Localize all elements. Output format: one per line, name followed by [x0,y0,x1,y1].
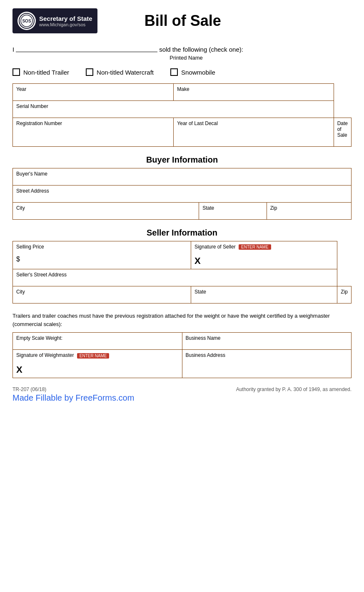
weighmaster-x-sign: X [16,364,179,375]
buyer-street-cell[interactable]: Street Address [13,186,352,203]
seller-street-row: Seller's Street Address [13,269,352,286]
business-name-label: Business Name [186,335,348,341]
seller-state-cell[interactable]: State [191,286,337,304]
seller-sign-arrow: ENTER NAME [239,244,271,250]
seller-signature-cell[interactable]: Signature of Seller ENTER NAME X [191,241,337,269]
vehicle-row-2: Serial Number [13,101,352,118]
seller-street-cell[interactable]: Seller's Street Address [13,269,337,286]
seller-price-sig-row: Selling Price $ Signature of Seller ENTE… [13,241,352,269]
seller-city-row: City State Zip [13,286,352,304]
checkbox-box-watercraft[interactable] [86,68,93,76]
seller-table: Selling Price $ Signature of Seller ENTE… [12,241,352,304]
registration-number-label: Registration Number [16,120,170,126]
buyer-table: Buyer's Name Street Address City State Z… [12,168,352,220]
checkbox-snowmobile[interactable]: Snowmobile [170,68,215,76]
weight-row-1: Empty Scale Weight: Business Name [13,333,352,350]
serial-number-cell[interactable]: Serial Number [13,101,334,118]
checkbox-non-titled-trailer[interactable]: Non-titled Trailer [12,68,69,76]
business-address-label: Business Address [186,352,348,358]
selling-price-label: Selling Price [16,244,187,250]
seller-x-sign: X [194,256,334,266]
buyer-name-label: Buyer's Name [16,171,348,177]
made-by-prefix: Made Fillable by [12,393,75,402]
name-underline[interactable] [16,52,157,52]
printed-name-label: Printed Name [21,55,352,61]
seller-street-label: Seller's Street Address [16,272,334,278]
buyer-name-row: Buyer's Name [13,168,352,186]
buyer-street-row: Street Address [13,186,352,203]
sold-suffix: sold the following (check one): [159,46,243,53]
seller-state-label: State [194,289,334,295]
checkbox-non-titled-watercraft[interactable]: Non-titled Watercraft [86,68,154,76]
made-by-site: FreeForms.com [75,393,134,402]
year-cell[interactable]: Year [13,84,174,101]
buyer-street-label: Street Address [16,188,348,194]
empty-scale-weight-label: Empty Scale Weight: [16,335,179,341]
footer: TR-207 (06/18) Authority granted by P. A… [12,386,352,403]
registration-number-cell[interactable]: Registration Number [13,118,174,147]
business-name-cell[interactable]: Business Name [182,333,352,350]
buyer-zip-label: Zip [270,205,348,211]
dollar-sign: $ [16,256,187,263]
year-last-decal-label: Year of Last Decal [177,120,330,126]
seller-section-title: Seller Information [12,228,352,238]
weight-table: Empty Scale Weight: Business Name Signat… [12,332,352,378]
form-number: TR-207 (06/18) [12,386,46,392]
page-title: Bill of Sale [14,12,352,30]
checkbox-box-snowmobile[interactable] [170,68,178,76]
seller-zip-label: Zip [341,289,348,295]
buyer-city-cell[interactable]: City [13,203,199,220]
checkbox-label-watercraft: Non-titled Watercraft [97,69,154,76]
notice-text: Trailers and trailer coaches must have t… [12,312,352,328]
checkbox-label-trailer: Non-titled Trailer [23,69,69,76]
weighmaster-sign-arrow: ENTER NAME [77,353,110,359]
sold-prefix: I [12,46,14,53]
sold-line: I sold the following (check one): [12,46,352,53]
year-last-decal-cell[interactable]: Year of Last Decal [174,118,334,147]
date-of-sale-cell[interactable]: Date of Sale [334,118,351,147]
seller-signature-label: Signature of Seller ENTER NAME [194,244,334,250]
make-cell[interactable]: Make [174,84,334,101]
selling-price-cell[interactable]: Selling Price $ [13,241,191,269]
weight-row-2: Signature of Weighmaster ENTER NAME X Bu… [13,350,352,378]
make-label: Make [177,86,330,92]
authority-text: Authority granted by P. A. 300 of 1949, … [236,386,352,392]
buyer-state-cell[interactable]: State [199,203,267,220]
business-address-cell[interactable]: Business Address [182,350,352,378]
checkboxes-row: Non-titled Trailer Non-titled Watercraft… [12,68,352,76]
weighmaster-signature-label: Signature of Weighmaster ENTER NAME [16,352,179,358]
serial-number-label: Serial Number [16,103,330,109]
buyer-city-label: City [16,205,195,211]
vehicle-row-1: Year Make [13,84,352,101]
footer-made-by: Made Fillable by FreeForms.com [12,393,352,403]
seller-zip-cell[interactable]: Zip [337,286,352,304]
buyer-section-title: Buyer Information [12,155,352,165]
checkbox-box-trailer[interactable] [12,68,20,76]
buyer-state-label: State [202,205,263,211]
empty-scale-weight-cell[interactable]: Empty Scale Weight: [13,333,182,350]
seller-city-cell[interactable]: City [13,286,191,304]
seller-city-label: City [16,289,187,295]
weighmaster-signature-cell[interactable]: Signature of Weighmaster ENTER NAME X [13,350,182,378]
year-label: Year [16,86,170,92]
checkbox-label-snowmobile: Snowmobile [181,69,215,76]
buyer-city-row: City State Zip [13,203,352,220]
buyer-zip-cell[interactable]: Zip [267,203,351,220]
date-of-sale-label: Date of Sale [337,120,348,138]
buyer-name-cell[interactable]: Buyer's Name [13,168,352,186]
vehicle-table: Year Make Serial Number Registration Num… [12,83,352,147]
page-header: SOS Secretary of State www.Michigan.gov/… [12,8,352,33]
vehicle-row-3: Registration Number Year of Last Decal D… [13,118,352,147]
